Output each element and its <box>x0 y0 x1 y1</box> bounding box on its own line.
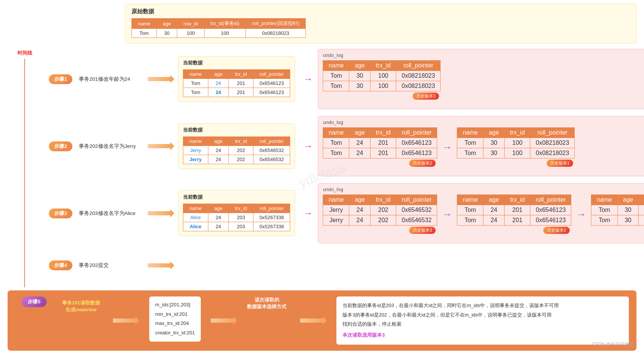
bottom-arrow-1 <box>113 316 139 325</box>
data-table: nameagetrx_idroll_pointerTom301000x08218… <box>457 127 575 158</box>
chain-arrow: → <box>300 210 316 217</box>
step-row-3: 步骤4事务202提交 <box>45 250 644 281</box>
bottom-section: 步骤5事务201读取数据 生成readviewm_ids:[201,203]mi… <box>8 290 636 351</box>
chain-arrow: → <box>300 75 316 83</box>
version-badge: 历史版本2 <box>409 160 436 167</box>
readview-box: m_ids:[201,203]min_trx_id:201max_trx_id:… <box>149 296 201 342</box>
chain-arrow: → <box>439 143 455 151</box>
undo-chain-item: nameagetrx_idroll_pointerJerry242020x654… <box>323 194 437 234</box>
undo-log-box: undo_lognameagetrx_idroll_pointerTom3010… <box>318 49 644 109</box>
select-method-label: 该次读取的 数据版本选择方式 <box>247 296 286 310</box>
timeline-line <box>24 59 25 287</box>
step-row-0: 步骤1事务201修改年龄为24当前数据nameagetrx_idroll_poi… <box>45 49 644 109</box>
data-table: nameagetrx_idroll_pointerJerry242020x654… <box>183 136 290 164</box>
data-table: nameagetrx_idroll_pointerTom301000x08218… <box>591 194 644 226</box>
version-badge: 历史版本3 <box>409 227 436 234</box>
data-table: nameagetrx_idroll_pointerTom242010x65461… <box>323 127 437 158</box>
readview-m_ids: m_ids:[201,203] <box>155 300 195 310</box>
csdn-credit: CSDN @长安归故里♡ <box>592 341 638 348</box>
step-label: 事务201修改年龄为24 <box>76 76 148 83</box>
data-table: nameagetrx_idroll_pointerTom242010x65461… <box>457 194 571 226</box>
section-original-title: 原始数据 <box>131 8 630 15</box>
step-badge: 步骤4 <box>49 260 72 270</box>
chain-arrow: → <box>439 210 455 218</box>
data-table: nameagetrx_idroll_pointerAlice242030x526… <box>183 204 290 231</box>
step-label: 事务202修改名字为Jerry <box>76 143 148 150</box>
chain-arrow: → <box>300 143 316 150</box>
step-badge: 步骤2 <box>49 141 72 151</box>
current-data-title: 当前数据 <box>183 127 290 133</box>
desc-line: 当前数据的事务id是203，在最小和最大id之间，同时它在m_ids中，说明事务… <box>342 301 623 311</box>
step-label: 事务202提交 <box>76 262 148 269</box>
readview-creator_trx_id: creator_trx_id:201 <box>155 328 195 338</box>
step-badge: 步骤3 <box>49 209 72 218</box>
current-data-title: 当前数据 <box>183 60 290 66</box>
undo-log-box: undo_lognameagetrx_idroll_pointerTom2420… <box>318 116 644 176</box>
step-row-1: 步骤2事务202修改名字为Jerry当前数据nameagetrx_idroll_… <box>45 116 644 176</box>
step-label: 事务203修改名字为Alice <box>76 210 148 217</box>
timeline-label: 时间线 <box>17 50 32 56</box>
result-text: 本次读取选用版本3 <box>342 331 623 340</box>
bottom-arrow-3 <box>300 316 327 325</box>
timeline-col: 时间线 <box>4 49 45 287</box>
version-badge: 历史版本1 <box>547 160 573 167</box>
chain-arrow: → <box>574 210 589 218</box>
step-arrow <box>148 261 174 270</box>
steps-container: 步骤1事务201修改年龄为24当前数据nameagetrx_idroll_poi… <box>45 49 644 287</box>
original-table: nameagerow_idtrx_id(事务id)roll_pointer(回滚… <box>131 18 306 38</box>
desc-line: 找到合适的版本，停止检索 <box>342 320 623 329</box>
current-data-title: 当前数据 <box>183 194 290 201</box>
undo-chain-item: nameagetrx_idroll_pointerTom301000x08218… <box>323 60 441 100</box>
data-table: nameagetrx_idroll_pointerTom301000x08218… <box>323 60 441 91</box>
step-arrow <box>148 209 174 218</box>
bottom-desc-box: 当前数据的事务id是203，在最小和最大id之间，同时它在m_ids中，说明事务… <box>336 296 629 345</box>
data-table: nameagetrx_idroll_pointerTom242010x65461… <box>183 69 290 97</box>
readview-min_trx_id: min_trx_id:201 <box>155 310 195 319</box>
current-data-box: 当前数据nameagetrx_idroll_pointerJerry242020… <box>178 123 295 169</box>
undo-log-title: undo_log <box>323 119 343 125</box>
undo-chain-item: nameagetrx_idroll_pointerTom301000x08218… <box>457 127 575 167</box>
version-badge: 历史版本1 <box>413 93 439 100</box>
step-arrow <box>148 75 174 83</box>
section-original: 原始数据 nameagerow_idtrx_id(事务id)roll_point… <box>125 4 636 44</box>
current-data-box: 当前数据nameagetrx_idroll_pointerAlice242030… <box>178 190 295 236</box>
desc-line: 版本3的事务id是202，在最小和最大id之间，但是它不在m_ids中，说明事务… <box>342 311 623 320</box>
step-arrow <box>148 142 174 151</box>
undo-log-title: undo_log <box>323 52 343 58</box>
current-data-box: 当前数据nameagetrx_idroll_pointerTom242010x6… <box>178 56 295 102</box>
version-badge: 历史版本2 <box>543 227 570 234</box>
undo-chain-item: nameagetrx_idroll_pointerTom301000x08218… <box>591 194 644 234</box>
bottom-arrow-2 <box>211 316 237 325</box>
step5-badge: 步骤5 <box>22 296 46 307</box>
undo-chain-item: nameagetrx_idroll_pointerTom242010x65461… <box>457 194 571 234</box>
undo-log-title: undo_log <box>323 187 343 192</box>
step-badge: 步骤1 <box>49 74 72 84</box>
step-row-2: 步骤3事务203修改名字为Alice当前数据nameagetrx_idroll_… <box>45 183 644 243</box>
undo-log-box: undo_lognameagetrx_idroll_pointerJerry24… <box>318 183 644 243</box>
data-table: nameagetrx_idroll_pointerJerry242020x654… <box>323 194 437 226</box>
step5-label: 事务201读取数据 生成readview <box>62 300 100 313</box>
undo-chain-item: nameagetrx_idroll_pointerTom242010x65461… <box>323 127 437 167</box>
readview-max_trx_id: max_trx_id:204 <box>155 319 195 328</box>
